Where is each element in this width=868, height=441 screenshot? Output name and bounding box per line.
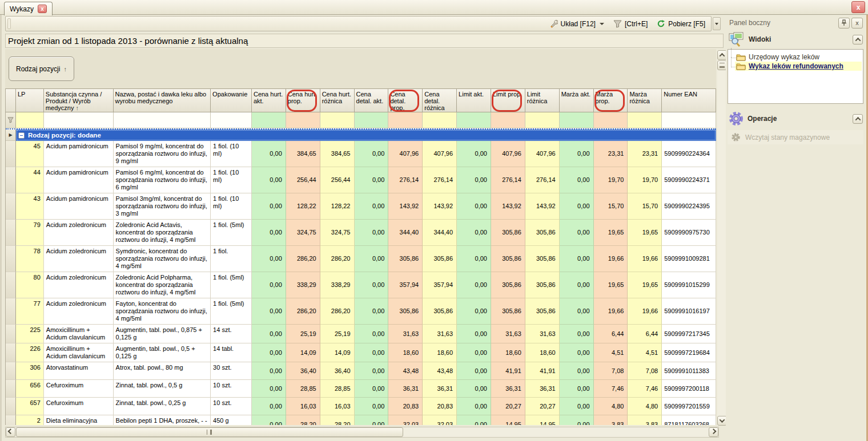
value-cell: 0,00 (252, 415, 286, 425)
column-header[interactable]: Cena detal. prop. (388, 88, 423, 112)
column-header[interactable]: Cena hurt. różnica (320, 88, 355, 112)
column-header[interactable]: Substancja czynna / Produkt / Wyrób medy… (44, 88, 114, 112)
tree-item-urzedowy-wykaz[interactable]: Urzędowy wykaz leków (735, 52, 862, 62)
row-indicator[interactable] (6, 167, 16, 193)
value-cell: 31,63 (388, 325, 423, 343)
filter-button[interactable]: [Ctrl+E] (609, 19, 652, 29)
ean-cell: 5909990224364 (662, 141, 716, 167)
tab-close-icon[interactable]: x (38, 5, 47, 13)
panel-close-icon[interactable]: x (851, 18, 863, 29)
operations-collapse-icon[interactable] (853, 114, 863, 124)
pin-icon[interactable] (838, 18, 850, 29)
views-section-header[interactable]: Widoki (726, 30, 865, 49)
row-indicator[interactable] (6, 343, 16, 362)
row-indicator[interactable] (6, 298, 16, 325)
filter-cell[interactable] (560, 112, 594, 128)
row-indicator[interactable] (6, 141, 16, 167)
group-row[interactable]: ▶ Rodzaj pozycji: dodane (6, 128, 716, 141)
column-header[interactable]: Cena hurt. akt. (252, 88, 286, 112)
tab-wykazy[interactable]: Wykazy x (4, 2, 53, 15)
refresh-icon (657, 19, 665, 28)
collapse-group-icon[interactable] (18, 132, 25, 139)
filter-cell[interactable] (491, 112, 525, 128)
value-cell: 143,92 (423, 193, 457, 220)
value-cell: 0,00 (252, 298, 286, 325)
scroll-left-button[interactable] (6, 427, 15, 437)
filter-cell[interactable] (525, 112, 560, 128)
toolbar-grip[interactable] (7, 18, 11, 29)
value-cell: 305,86 (423, 246, 457, 272)
layout-dropdown-caret[interactable] (600, 23, 604, 25)
column-header[interactable]: Nazwa, postać i dawka leku albo wyrobu m… (114, 88, 211, 112)
column-header[interactable]: Limit różnica (525, 88, 560, 112)
substance-cell: Amoxicillinum + Acidum clavulanicum (44, 343, 114, 362)
table-row[interactable]: 2Dieta eliminacyjna mlekozastępczaBebilo… (6, 415, 716, 425)
filter-cell[interactable] (320, 112, 355, 128)
table-row[interactable]: 80Acidum zoledronicumZoledronic Acid Pol… (6, 272, 716, 298)
table-row[interactable]: 43Acidum pamidronicumPamisol 3mg/ml, kon… (6, 193, 716, 220)
value-cell: 338,29 (320, 272, 355, 298)
filter-cell[interactable] (662, 112, 716, 128)
horizontal-scrollbar[interactable] (5, 427, 719, 438)
filter-cell[interactable] (211, 112, 252, 128)
filter-cell[interactable] (44, 112, 114, 128)
scroll-right-button[interactable] (709, 427, 718, 437)
column-header[interactable]: Opakowanie (211, 88, 252, 112)
operations-gear-icon (728, 111, 744, 127)
window-close-icon[interactable]: x (851, 1, 865, 13)
group-by-button[interactable]: Rodzaj pozycji ↑ (9, 56, 74, 81)
layout-button[interactable]: Układ [F12] (545, 18, 608, 29)
table-row[interactable]: 226Amoxicillinum + Acidum clavulanicumAu… (6, 343, 716, 362)
table-row[interactable]: 79Acidum zoledronicumZoledronic Acid Act… (6, 220, 716, 246)
column-header[interactable]: Cena detal. akt. (355, 88, 389, 112)
column-header[interactable]: Marża prop. (594, 88, 628, 112)
operations-section-header[interactable]: Operacje (726, 108, 865, 129)
column-header[interactable]: Numer EAN (662, 88, 716, 112)
horizontal-scroll-thumb[interactable] (16, 427, 403, 437)
filter-cell[interactable] (286, 112, 320, 128)
filter-cell[interactable] (114, 112, 211, 128)
row-indicator[interactable] (6, 415, 16, 425)
column-header[interactable]: Cena detal. różnica (423, 88, 457, 112)
views-collapse-icon[interactable] (853, 35, 863, 44)
filter-cell[interactable] (355, 112, 389, 128)
filter-cell[interactable] (457, 112, 491, 128)
table-row[interactable]: 306AtorvastatinumAtrox, tabl. powl., 80 … (6, 362, 716, 380)
filter-cell[interactable] (16, 112, 44, 128)
row-indicator[interactable] (6, 220, 16, 246)
row-indicator[interactable] (6, 398, 16, 415)
row-indicator[interactable] (6, 246, 16, 272)
row-indicator[interactable] (6, 193, 16, 220)
tree-item-label: Urzędowy wykaz leków (749, 53, 819, 61)
filter-cell[interactable] (628, 112, 662, 128)
table-row[interactable]: 45Acidum pamidronicumPamisol 9 mg/ml, ko… (6, 141, 716, 167)
table-row[interactable]: 78Acidum zoledronicumSymdronic, koncentr… (6, 246, 716, 272)
column-header[interactable]: Marża różnica (628, 88, 662, 112)
table-row[interactable]: 77Acidum zoledronicumFayton, koncentrat … (6, 298, 716, 325)
value-cell: 14,95 (525, 415, 560, 425)
filter-cell[interactable] (388, 112, 423, 128)
column-header[interactable]: Limit akt. (457, 88, 491, 112)
column-header[interactable]: Limit prop. (491, 88, 525, 112)
row-indicator[interactable] (6, 380, 16, 398)
filter-cell[interactable] (252, 112, 286, 128)
column-header[interactable]: Marża akt. (560, 88, 594, 112)
download-button[interactable]: Pobierz [F5] (653, 18, 709, 29)
table-row[interactable]: 657CefuroximumZinnat, tabl. powl., 0,25 … (6, 398, 716, 415)
row-indicator[interactable] (6, 325, 16, 343)
toolbar-overflow-button[interactable] (713, 17, 721, 30)
table-row[interactable]: 656CefuroximumZinnat, tabl. powl., 0,5 g… (6, 380, 716, 398)
tree-item-wykaz-refundowanych[interactable]: Wykaz leków refundowanych (735, 62, 862, 71)
pack-cell: 1 fiol. (5ml) (211, 298, 252, 325)
table-row[interactable]: 44Acidum pamidronicumPamisol 6 mg/ml, ko… (6, 167, 716, 193)
column-header[interactable]: Cena hurt. prop. (286, 88, 320, 112)
filter-cell[interactable] (423, 112, 457, 128)
column-header[interactable]: LP (16, 88, 44, 112)
table-row[interactable]: 225Amoxicillinum + Acidum clavulanicumAu… (6, 325, 716, 343)
row-indicator[interactable] (6, 272, 16, 298)
filter-cell[interactable] (594, 112, 628, 128)
value-cell: 0,00 (355, 167, 389, 193)
grid-header-row: LPSubstancja czynna / Produkt / Wyrób me… (6, 88, 716, 112)
row-indicator[interactable] (6, 362, 16, 380)
load-stock-item[interactable]: Wczytaj stany magazynowe (728, 130, 863, 144)
